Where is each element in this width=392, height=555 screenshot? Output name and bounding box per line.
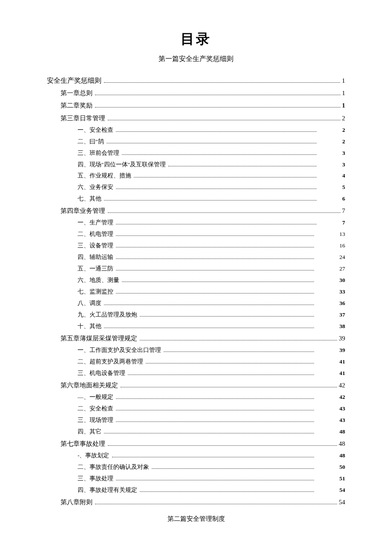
toc-dots xyxy=(152,463,314,469)
toc-entry: 三、现场管理43 xyxy=(78,416,345,425)
toc-entry-page: 4 xyxy=(342,171,345,180)
toc-entry-page: 38 xyxy=(340,322,346,331)
toc-entry-label: 三、现场管理 xyxy=(78,416,113,425)
toc-dots xyxy=(116,183,317,189)
toc-dots xyxy=(140,486,314,492)
toc-entry-label: 三、设备管理 xyxy=(78,241,113,250)
toc-entry-label: 第八章附则 xyxy=(61,497,92,507)
toc-dots xyxy=(108,114,340,120)
toc-entry-page: 30 xyxy=(340,276,346,285)
toc-entry: 三、机电设备管理41 xyxy=(78,369,345,378)
toc-entry-label: 二、曰"鹄 xyxy=(78,137,104,146)
toc-entry-page: 51 xyxy=(340,474,346,483)
toc-entry: 七、监测监控33 xyxy=(78,288,345,296)
toc-entry-page: 36 xyxy=(340,299,346,308)
toc-entry-page: 5 xyxy=(342,183,345,192)
toc-entry-label: 四、事故处理有关规定 xyxy=(78,486,137,495)
toc-entry-page: 6 xyxy=(342,195,345,203)
toc-entry-page: 24 xyxy=(340,253,346,262)
toc-entry-label: -、事故划定 xyxy=(78,451,110,460)
toc-entry-label: 八、调度 xyxy=(78,299,101,308)
toc-entry-label: 九、火工品管理及放炮 xyxy=(78,311,137,320)
toc-entry: 第二章奖励1 xyxy=(61,101,345,110)
toc-entry-page: 48 xyxy=(340,451,346,460)
toc-entry-page: 2 xyxy=(342,113,346,123)
toc-dots xyxy=(95,89,340,96)
toc-entry-page: 50 xyxy=(340,463,346,472)
toc-entry: 第五章薄煤层采煤管理规定39 xyxy=(61,334,345,343)
toc-title: 目录 xyxy=(47,30,345,49)
toc-entry-page: 3 xyxy=(342,149,345,158)
toc-entry-page: 54 xyxy=(340,486,346,495)
toc-entry-label: 二、超前支护及两巷管理 xyxy=(78,357,143,366)
toc-dots xyxy=(104,195,317,200)
toc-entry-label: 六、业务保安 xyxy=(78,183,113,192)
toc-entry-page: 16 xyxy=(340,241,346,250)
toc-entry: 一、安全检查2 xyxy=(78,126,345,135)
toc-dots xyxy=(116,219,317,224)
toc-dots xyxy=(122,276,314,282)
toc-entry-page: 1 xyxy=(342,101,346,110)
toc-dots xyxy=(104,428,314,433)
toc-entry-page: 42 xyxy=(340,393,346,402)
toc-entry-page: 13 xyxy=(340,230,346,239)
toc-dots xyxy=(104,299,314,305)
toc-entry-label: ―、一般规定 xyxy=(78,393,113,402)
toc-dots xyxy=(107,138,317,143)
toc-entry-label: 第五章薄煤层采煤管理规定 xyxy=(61,334,137,343)
toc-dots xyxy=(116,405,314,410)
toc-entry: 五、一通三防27 xyxy=(78,264,345,273)
toc-entry: -、事故划定48 xyxy=(78,451,345,460)
toc-dots xyxy=(116,253,314,259)
toc-entry: 三、事故处理51 xyxy=(78,474,345,483)
toc-entry-label: 十、其他 xyxy=(78,322,101,331)
toc-entry-page: 54 xyxy=(339,497,345,507)
toc-list: 安全生产奖惩细则1第一章总则1第二章奖励1第三章日常管理2一、安全检查2二、曰"… xyxy=(47,76,345,507)
toc-entry-page: 39 xyxy=(339,334,345,343)
toc-entry-page: 41 xyxy=(340,369,346,378)
toc-entry-label: 七、其他 xyxy=(78,195,101,203)
toc-dots xyxy=(140,334,337,340)
toc-dots xyxy=(108,207,340,213)
toc-dots xyxy=(168,160,317,166)
toc-dots xyxy=(116,242,314,247)
toc-dots xyxy=(122,149,317,154)
toc-entry-page: 2 xyxy=(342,137,345,146)
toc-dots xyxy=(116,230,314,236)
toc-entry: 二、超前支护及两巷管理41 xyxy=(78,357,345,366)
toc-dots xyxy=(116,265,314,270)
toc-dots xyxy=(95,102,340,108)
toc-entry-label: 第七章事故处理 xyxy=(61,439,105,449)
toc-dots xyxy=(112,452,314,457)
toc-entry-label: 四、其它 xyxy=(78,427,101,436)
toc-entry: 一、生产管理7 xyxy=(78,218,345,227)
toc-entry-label: 一、安全检查 xyxy=(78,126,113,135)
toc-entry-label: 二、安全检查 xyxy=(78,404,113,413)
toc-entry: 二、事故责任的确认及对象50 xyxy=(78,463,345,472)
toc-entry-label: 第一章总则 xyxy=(61,88,92,98)
toc-entry: 六、业务保安5 xyxy=(78,183,345,192)
toc-entry: 第一章总则1 xyxy=(61,88,345,98)
toc-entry: 四、事故处理有关规定54 xyxy=(78,486,345,495)
toc-entry-label: 第二章奖励 xyxy=(61,101,92,110)
toc-dots xyxy=(95,498,337,504)
toc-entry-label: 五、作业规程、措施 xyxy=(78,171,131,180)
toc-entry: 第六章地面相关规定42 xyxy=(61,381,345,390)
toc-entry-label: 四、辅助运输 xyxy=(78,253,113,262)
toc-entry: 三、设备管理16 xyxy=(78,241,345,250)
toc-entry-page: 1 xyxy=(342,88,346,98)
toc-dots xyxy=(116,416,314,422)
toc-entry-page: 43 xyxy=(340,416,346,425)
toc-dots xyxy=(121,381,337,387)
toc-dots xyxy=(140,311,314,317)
toc-entry: 四、其它48 xyxy=(78,427,345,436)
toc-entry: 第七章事故处理48 xyxy=(61,439,345,449)
toc-entry: 安全生产奖惩细则1 xyxy=(47,76,345,86)
toc-entry-page: 33 xyxy=(340,288,346,296)
toc-entry-page: 42 xyxy=(339,381,345,390)
toc-entry-label: 三、班前会管理 xyxy=(78,149,119,158)
toc-entry-label: 五、一通三防 xyxy=(78,264,113,273)
toc-entry: 一、工作面支护及安全出口管理39 xyxy=(78,346,345,355)
toc-entry: 四、辅助运输24 xyxy=(78,253,345,262)
toc-entry-label: 七、监测监控 xyxy=(78,288,113,296)
